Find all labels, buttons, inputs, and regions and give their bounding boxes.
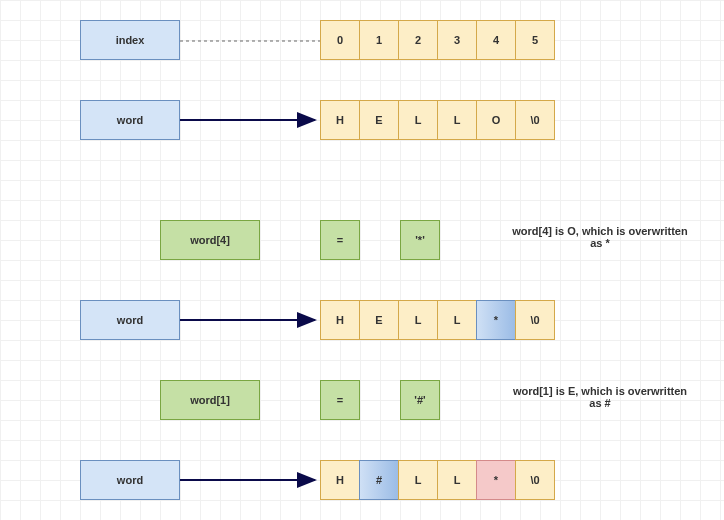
word-cell: H	[320, 300, 360, 340]
index-cell: 0	[320, 20, 360, 60]
word-cell: E	[359, 300, 399, 340]
word-cell: L	[437, 460, 477, 500]
annotation-2: word[1] is E, which is overwritten as #	[500, 385, 700, 409]
annot1-line1: word[4] is O, which is overwritten	[512, 225, 687, 237]
word-cell-highlight-blue: #	[359, 460, 399, 500]
word-cell-highlight-blue: *	[476, 300, 516, 340]
arrow-2	[180, 310, 320, 330]
arrow-1	[180, 110, 320, 130]
index-label: index	[80, 20, 180, 60]
index-cell: 3	[437, 20, 477, 60]
annot1-line2: as *	[590, 237, 610, 249]
word-cell: H	[320, 100, 360, 140]
word-cell: E	[359, 100, 399, 140]
word-label-2: word	[80, 300, 180, 340]
index-cell: 4	[476, 20, 516, 60]
expr2-eq: =	[320, 380, 360, 420]
expr1-eq: =	[320, 220, 360, 260]
word-row-3: H # L L * \0	[320, 460, 555, 500]
word-label-3: word	[80, 460, 180, 500]
word-cell: \0	[515, 100, 555, 140]
annotation-1: word[4] is O, which is overwritten as *	[500, 225, 700, 249]
index-cell: 2	[398, 20, 438, 60]
word-cell: H	[320, 460, 360, 500]
word-cell: \0	[515, 300, 555, 340]
annot2-line1: word[1] is E, which is overwritten	[513, 385, 687, 397]
arrow-3	[180, 470, 320, 490]
expr2-lhs: word[1]	[160, 380, 260, 420]
word-cell: O	[476, 100, 516, 140]
expr2-rhs: '#'	[400, 380, 440, 420]
word-cell: L	[437, 300, 477, 340]
word-cell-highlight-pink: *	[476, 460, 516, 500]
dashed-connector	[180, 40, 320, 42]
word-cell: \0	[515, 460, 555, 500]
annot2-line2: as #	[589, 397, 610, 409]
word-cell: L	[437, 100, 477, 140]
index-row: 0 1 2 3 4 5	[320, 20, 555, 60]
word-cell: L	[398, 100, 438, 140]
word-cell: L	[398, 300, 438, 340]
word-row-1: H E L L O \0	[320, 100, 555, 140]
index-cell: 5	[515, 20, 555, 60]
word-label-1: word	[80, 100, 180, 140]
word-cell: L	[398, 460, 438, 500]
index-cell: 1	[359, 20, 399, 60]
word-row-2: H E L L * \0	[320, 300, 555, 340]
expr1-rhs: '*'	[400, 220, 440, 260]
expr1-lhs: word[4]	[160, 220, 260, 260]
